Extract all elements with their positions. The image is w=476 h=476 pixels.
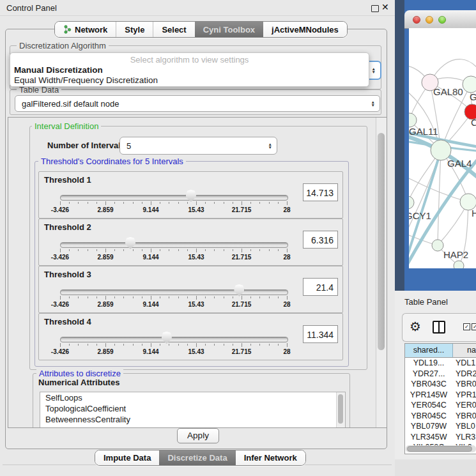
table-row[interactable]: YDR27...YDR2 [405, 369, 476, 380]
zoom-window-button[interactable] [438, 16, 446, 24]
network-canvas[interactable]: GAL80GACGAL11GAL4GCY1HHAP2 [409, 28, 476, 268]
tick-mark [278, 249, 279, 251]
tick-mark [96, 296, 97, 298]
network-node[interactable] [463, 76, 476, 93]
tick-mark [214, 202, 215, 204]
attribute-item-selfloops[interactable]: SelfLoops [40, 392, 345, 403]
tick-mark [88, 296, 88, 298]
tick-label: 9.144 [142, 301, 158, 308]
tick-label: -3.426 [51, 348, 69, 355]
threshold-1-label: Threshold 1 [44, 175, 91, 185]
tick-mark [214, 344, 215, 346]
threshold-1-slider[interactable] [60, 195, 288, 201]
table-row[interactable]: YDL19...YDL1 [405, 358, 476, 369]
settings-scroll-area: Interval Definition Number of Intervals … [8, 117, 387, 428]
tick-label: 21.715 [232, 301, 252, 308]
float-window-icon[interactable] [371, 5, 379, 12]
close-window-button[interactable] [413, 16, 420, 24]
settings-vertical-scrollbar[interactable] [376, 118, 387, 427]
network-window-titlebar[interactable] [404, 10, 476, 29]
apply-button[interactable]: Apply [177, 428, 219, 443]
tick-mark [160, 249, 160, 251]
tick-label: 28 [283, 348, 290, 355]
popup-item-equal-width-frequency[interactable]: Equal Width/Frequency Discretization [14, 75, 158, 85]
column-header-shared-name[interactable]: shared... [405, 344, 453, 357]
tick-mark [242, 296, 242, 300]
tick-mark [205, 202, 206, 204]
tab-select[interactable]: Select [153, 22, 194, 37]
checkbox-icon[interactable]: ✓ [472, 323, 476, 330]
tab-cyni-toolbox[interactable]: Cyni Toolbox [195, 22, 263, 37]
network-node[interactable] [454, 261, 464, 268]
attributes-list-scrollbar[interactable] [336, 392, 345, 428]
table-row[interactable]: YBR045CYBR0 [405, 411, 476, 422]
table-horizontal-scrollbar[interactable] [406, 445, 476, 452]
threshold-2-panel: Threshold 2-3.4262.8599.14415.4321.71528… [38, 219, 343, 266]
number-of-intervals-select[interactable]: 5 ▲▼ [119, 137, 277, 155]
control-panel-titlebar: Control Panel ✕ [0, 0, 395, 16]
threshold-2-slider[interactable] [60, 242, 288, 248]
tick-mark [105, 296, 106, 300]
tick-mark [78, 296, 79, 298]
thresholds-group: Threshold's Coordinates for 5 Intervals … [35, 161, 349, 367]
split-columns-icon[interactable] [433, 321, 445, 334]
tick-mark [60, 343, 61, 347]
node-label-ga: GA [470, 91, 476, 102]
gear-icon[interactable]: ⚙ [410, 318, 421, 335]
tick-label: 2.859 [97, 348, 113, 355]
network-node[interactable] [409, 196, 414, 209]
attribute-item-betweennesscentrality[interactable]: BetweennessCentrality [40, 414, 345, 425]
bottom-tab-infer-network[interactable]: Infer Network [236, 450, 305, 465]
stepper-arrows-icon: ▲▼ [371, 100, 375, 107]
bottom-tab-impute-data[interactable]: Impute Data [95, 450, 159, 465]
tick-mark [169, 249, 169, 251]
node-label-c: C [471, 117, 476, 128]
network-edge[interactable] [409, 176, 468, 202]
node-label-gal4: GAL4 [447, 158, 472, 169]
close-icon[interactable]: ✕ [381, 2, 389, 12]
tick-mark [233, 202, 233, 204]
threshold-3-slider[interactable] [60, 289, 288, 295]
tab-style[interactable]: Style [116, 22, 153, 37]
table-row[interactable]: YLR345WYLR3 [405, 432, 476, 443]
tick-mark [233, 344, 233, 346]
table-row[interactable]: YBR043CYBR0 [405, 379, 476, 390]
tab-jactivemnodules[interactable]: jActiveMNodules [263, 22, 347, 37]
bottom-tab-bar: Impute DataDiscretize DataInfer Network [95, 450, 306, 466]
threshold-1-value-field[interactable]: 14.713 [303, 183, 338, 201]
threshold-2-value-field[interactable]: 6.316 [303, 231, 338, 249]
tick-mark [142, 249, 142, 251]
cell-shared-name: YER054C [405, 400, 453, 411]
cell-name: YBR0 [453, 411, 476, 422]
attribute-item-topologicalcoefficient[interactable]: TopologicalCoefficient [40, 403, 345, 414]
checkbox-icon[interactable]: ✓ [463, 323, 470, 330]
minimize-window-button[interactable] [426, 16, 433, 24]
column-header-name[interactable]: na [453, 344, 476, 357]
network-edge[interactable] [438, 150, 441, 245]
tick-mark [233, 249, 233, 251]
panel-title: Control Panel [6, 3, 57, 13]
popup-item-manual-discretization[interactable]: Manual Discretization [14, 65, 103, 75]
tick-mark [224, 344, 224, 346]
table-row[interactable]: YPR145WYPR1 [405, 390, 476, 401]
tick-mark [133, 202, 134, 204]
threshold-4-panel: Threshold 4-3.4262.8599.14415.4321.71528… [38, 313, 343, 360]
network-node[interactable] [409, 113, 417, 127]
tick-mark [114, 344, 115, 346]
table-data-select[interactable]: galFiltered.sif default node ▲▼ [15, 95, 380, 112]
tick-mark [78, 202, 79, 204]
table-row[interactable]: YER054CYER0 [405, 400, 476, 411]
table-toolbar: ⚙ ✓ ✓ [402, 313, 476, 342]
tick-mark [269, 202, 270, 204]
tab-network[interactable]: Network [55, 22, 116, 37]
threshold-4-slider[interactable] [60, 337, 288, 342]
tick-mark [151, 249, 151, 252]
bottom-tab-discretize-data[interactable]: Discretize Data [159, 450, 235, 465]
threshold-4-value-field[interactable]: 11.344 [303, 325, 338, 343]
desktop-background [395, 0, 404, 291]
threshold-3-value-field[interactable]: 21.4 [303, 278, 338, 296]
network-node[interactable] [432, 240, 443, 251]
tick-mark [96, 344, 97, 346]
table-row[interactable]: YBL079WYBL0 [405, 421, 476, 432]
tick-mark [178, 296, 179, 298]
